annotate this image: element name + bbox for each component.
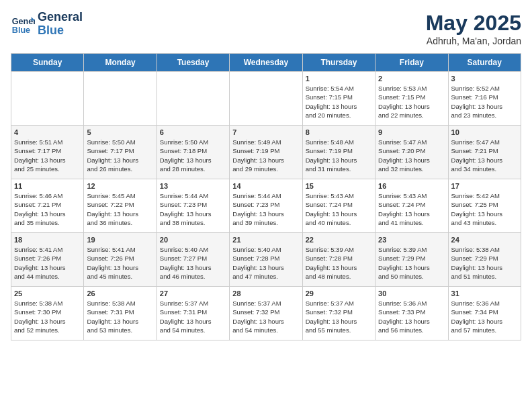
day-header-saturday: Saturday [448,54,521,72]
day-number: 18 [14,236,81,244]
day-number: 22 [306,236,372,244]
day-info: Sunrise: 5:44 AM Sunset: 7:23 PM Dayligh… [232,191,299,227]
week-row-5: 25Sunrise: 5:38 AM Sunset: 7:30 PM Dayli… [11,287,521,340]
day-number: 20 [160,236,226,244]
calendar-cell: 30Sunrise: 5:36 AM Sunset: 7:33 PM Dayli… [375,287,448,340]
day-number: 3 [451,75,518,83]
day-info: Sunrise: 5:40 AM Sunset: 7:28 PM Dayligh… [232,245,299,281]
calendar-cell: 17Sunrise: 5:42 AM Sunset: 7:25 PM Dayli… [448,179,521,233]
calendar-title: May 2025 [426,11,521,36]
day-number: 23 [378,236,445,244]
day-number: 31 [451,289,518,298]
calendar-cell: 19Sunrise: 5:41 AM Sunset: 7:26 PM Dayli… [84,233,157,287]
day-number: 21 [232,236,299,244]
day-number: 16 [378,182,445,190]
day-number: 15 [306,182,372,190]
day-number: 29 [306,289,372,298]
day-info: Sunrise: 5:50 AM Sunset: 7:18 PM Dayligh… [160,138,226,173]
day-info: Sunrise: 5:38 AM Sunset: 7:31 PM Dayligh… [87,299,153,334]
day-number: 9 [378,128,445,136]
day-header-tuesday: Tuesday [157,54,229,72]
calendar-cell: 9Sunrise: 5:47 AM Sunset: 7:20 PM Daylig… [375,126,448,179]
logo-text: General Blue [38,11,83,38]
day-number: 19 [87,236,153,244]
day-header-thursday: Thursday [302,54,375,72]
calendar-cell: 4Sunrise: 5:51 AM Sunset: 7:17 PM Daylig… [11,126,84,179]
day-info: Sunrise: 5:38 AM Sunset: 7:29 PM Dayligh… [451,245,518,281]
day-info: Sunrise: 5:47 AM Sunset: 7:21 PM Dayligh… [451,138,518,173]
calendar-cell: 24Sunrise: 5:38 AM Sunset: 7:29 PM Dayli… [448,233,521,287]
logo: General Blue General Blue [11,11,83,38]
day-number: 4 [14,128,81,136]
calendar-cell: 11Sunrise: 5:46 AM Sunset: 7:21 PM Dayli… [11,179,84,233]
day-info: Sunrise: 5:43 AM Sunset: 7:24 PM Dayligh… [306,191,372,227]
day-info: Sunrise: 5:36 AM Sunset: 7:34 PM Dayligh… [451,299,518,334]
calendar-cell: 1Sunrise: 5:54 AM Sunset: 7:15 PM Daylig… [302,72,375,126]
day-info: Sunrise: 5:46 AM Sunset: 7:21 PM Dayligh… [14,191,81,227]
day-info: Sunrise: 5:44 AM Sunset: 7:23 PM Dayligh… [160,191,226,227]
calendar-subtitle: Adhruh, Ma'an, Jordan [426,36,521,46]
day-number: 7 [232,128,299,136]
svg-text:Blue: Blue [12,25,30,34]
day-number: 1 [306,75,372,83]
calendar-cell: 5Sunrise: 5:50 AM Sunset: 7:17 PM Daylig… [84,126,157,179]
calendar-cell: 10Sunrise: 5:47 AM Sunset: 7:21 PM Dayli… [448,126,521,179]
calendar-cell: 29Sunrise: 5:37 AM Sunset: 7:32 PM Dayli… [302,287,375,340]
day-number: 30 [378,289,445,298]
day-number: 8 [306,128,372,136]
day-info: Sunrise: 5:39 AM Sunset: 7:29 PM Dayligh… [378,245,445,281]
day-number: 27 [160,289,226,298]
day-number: 11 [14,182,81,190]
day-number: 12 [87,182,153,190]
calendar-cell [230,72,302,126]
day-number: 24 [451,236,518,244]
day-info: Sunrise: 5:37 AM Sunset: 7:32 PM Dayligh… [306,299,372,334]
title-block: May 2025 Adhruh, Ma'an, Jordan [426,11,521,46]
day-number: 25 [14,289,81,298]
calendar-cell [84,72,157,126]
day-info: Sunrise: 5:38 AM Sunset: 7:30 PM Dayligh… [14,299,81,334]
days-header-row: SundayMondayTuesdayWednesdayThursdayFrid… [11,54,521,72]
day-info: Sunrise: 5:47 AM Sunset: 7:20 PM Dayligh… [378,138,445,173]
calendar-cell: 16Sunrise: 5:43 AM Sunset: 7:24 PM Dayli… [375,179,448,233]
calendar-cell: 25Sunrise: 5:38 AM Sunset: 7:30 PM Dayli… [11,287,84,340]
day-info: Sunrise: 5:50 AM Sunset: 7:17 PM Dayligh… [87,138,153,173]
calendar-cell: 31Sunrise: 5:36 AM Sunset: 7:34 PM Dayli… [448,287,521,340]
day-info: Sunrise: 5:49 AM Sunset: 7:19 PM Dayligh… [232,138,299,173]
day-number: 26 [87,289,153,298]
week-row-3: 11Sunrise: 5:46 AM Sunset: 7:21 PM Dayli… [11,179,521,233]
day-info: Sunrise: 5:48 AM Sunset: 7:19 PM Dayligh… [306,138,372,173]
day-info: Sunrise: 5:54 AM Sunset: 7:15 PM Dayligh… [306,84,372,120]
calendar-cell: 12Sunrise: 5:45 AM Sunset: 7:22 PM Dayli… [84,179,157,233]
week-row-4: 18Sunrise: 5:41 AM Sunset: 7:26 PM Dayli… [11,233,521,287]
calendar-cell: 18Sunrise: 5:41 AM Sunset: 7:26 PM Dayli… [11,233,84,287]
calendar-table: SundayMondayTuesdayWednesdayThursdayFrid… [11,53,521,340]
day-number: 13 [160,182,226,190]
day-info: Sunrise: 5:41 AM Sunset: 7:26 PM Dayligh… [87,245,153,281]
calendar-cell [11,72,84,126]
calendar-cell: 14Sunrise: 5:44 AM Sunset: 7:23 PM Dayli… [230,179,302,233]
day-info: Sunrise: 5:37 AM Sunset: 7:31 PM Dayligh… [160,299,226,334]
logo-icon: General Blue [11,12,35,36]
day-number: 5 [87,128,153,136]
day-header-monday: Monday [84,54,157,72]
day-info: Sunrise: 5:41 AM Sunset: 7:26 PM Dayligh… [14,245,81,281]
calendar-cell: 15Sunrise: 5:43 AM Sunset: 7:24 PM Dayli… [302,179,375,233]
day-number: 28 [232,289,299,298]
day-info: Sunrise: 5:51 AM Sunset: 7:17 PM Dayligh… [14,138,81,173]
calendar-cell: 28Sunrise: 5:37 AM Sunset: 7:32 PM Dayli… [230,287,302,340]
page-header: General Blue General Blue May 2025 Adhru… [11,11,521,46]
day-info: Sunrise: 5:45 AM Sunset: 7:22 PM Dayligh… [87,191,153,227]
day-info: Sunrise: 5:40 AM Sunset: 7:27 PM Dayligh… [160,245,226,281]
day-header-sunday: Sunday [11,54,84,72]
day-number: 17 [451,182,518,190]
day-info: Sunrise: 5:37 AM Sunset: 7:32 PM Dayligh… [232,299,299,334]
calendar-cell: 6Sunrise: 5:50 AM Sunset: 7:18 PM Daylig… [157,126,229,179]
calendar-cell: 3Sunrise: 5:52 AM Sunset: 7:16 PM Daylig… [448,72,521,126]
day-info: Sunrise: 5:42 AM Sunset: 7:25 PM Dayligh… [451,191,518,227]
calendar-cell [157,72,229,126]
day-number: 6 [160,128,226,136]
calendar-cell: 13Sunrise: 5:44 AM Sunset: 7:23 PM Dayli… [157,179,229,233]
calendar-cell: 20Sunrise: 5:40 AM Sunset: 7:27 PM Dayli… [157,233,229,287]
calendar-cell: 2Sunrise: 5:53 AM Sunset: 7:15 PM Daylig… [375,72,448,126]
